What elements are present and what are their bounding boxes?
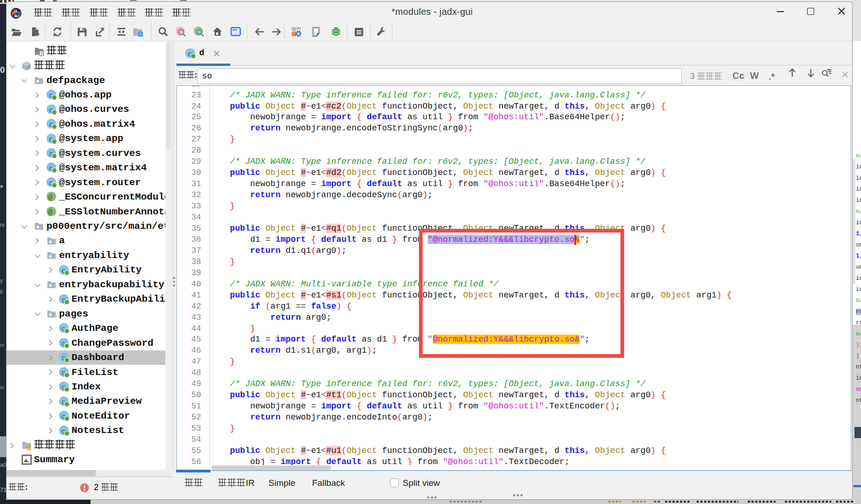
svg-text:@: @ [48,208,53,216]
svg-text:DX: DX [15,14,20,18]
svg-text:@: @ [48,194,53,202]
svg-text:JA: JA [13,9,18,13]
